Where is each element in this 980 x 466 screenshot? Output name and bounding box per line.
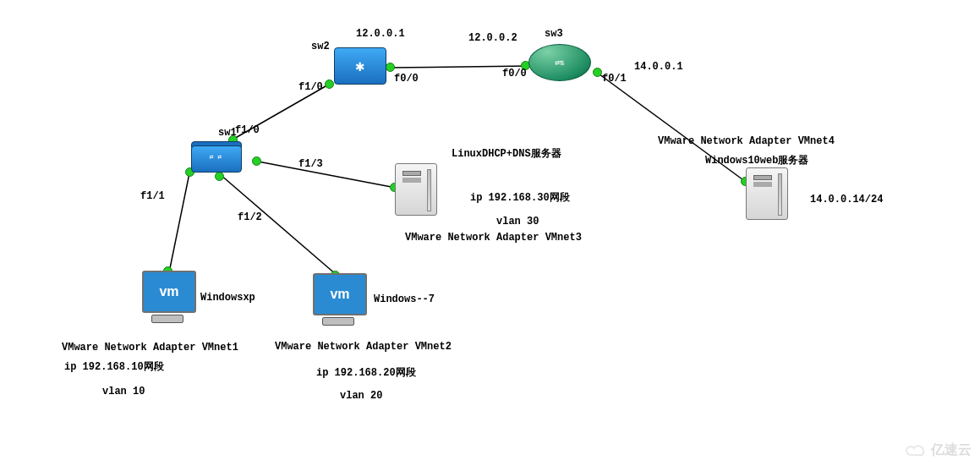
win7-ip: ip 192.168.20网段 [316,365,416,380]
svg-line-3 [169,169,190,272]
port-sw3-f0-1: f0/1 [602,73,627,85]
port-dot [215,172,224,181]
win7-label: Windows--7 [374,293,435,305]
port-dot [325,79,334,89]
linuxsrv-label: LinuxDHCP+DNS服务器 [452,146,561,161]
vm-badge: vm [313,273,367,315]
switch-sw1[interactable]: ⇄ ⇄ [191,141,240,173]
websrv-adapter: VMware Network Adapter VMnet4 [658,135,835,147]
sw2-label: sw2 [311,41,330,52]
win7-vlan: vlan 20 [340,390,382,402]
server-linux[interactable] [395,163,437,216]
server-web[interactable] [746,167,788,220]
port-dot [386,63,395,72]
ip-sw2-left: 12.0.0.1 [356,28,405,40]
port-sw1-f1-0: f1/0 [235,124,260,136]
port-sw2-f0-0: f0/0 [394,73,419,85]
port-dot [252,156,261,166]
websrv-label: Windows10web服务器 [705,153,808,167]
ip-sw2-right: 12.0.0.2 [468,32,517,44]
port-sw1-f1-2: f1/2 [238,211,262,223]
port-dot [593,68,602,77]
vm-badge: vm [142,271,196,313]
l3switch-sw2[interactable]: ✱ [334,47,385,83]
watermark: 亿速云 [904,441,972,459]
winxp-label: Windowsxp [200,292,255,304]
port-sw1-f1-3: f1/3 [298,158,323,170]
host-win7[interactable]: vm [313,273,364,326]
network-diagram-canvas: ⇄ ⇄ sw1 ✱ sw2 ⇄⇅ sw3 vm Windowsxp vm Win… [0,0,980,466]
winxp-ip: ip 192.168.10网段 [64,359,164,374]
host-winxp[interactable]: vm [142,271,193,323]
winxp-adapter: VMware Network Adapter VMnet1 [62,342,238,354]
port-sw1-f1-1: f1/1 [140,190,165,202]
svg-line-5 [254,161,396,188]
sw3-label: sw3 [545,28,563,40]
port-sw2-f1-0: f1/0 [298,81,323,93]
linuxsrv-vlan: vlan 30 [496,216,539,228]
sw1-label: sw1 [218,127,237,139]
port-sw3-f0-0: f0/0 [502,68,527,79]
win7-adapter: VMware Network Adapter VMnet2 [275,341,452,353]
svg-line-4 [220,174,337,275]
websrv-ip: 14.0.0.14/24 [810,194,883,206]
router-sw3[interactable]: ⇄⇅ [528,44,589,86]
winxp-vlan: vlan 10 [102,386,145,397]
linuxsrv-adapter: VMware Network Adapter VMnet3 [405,232,582,244]
ip-sw3-right: 14.0.0.1 [634,61,683,73]
linuxsrv-ip: ip 192.168.30网段 [470,190,570,205]
